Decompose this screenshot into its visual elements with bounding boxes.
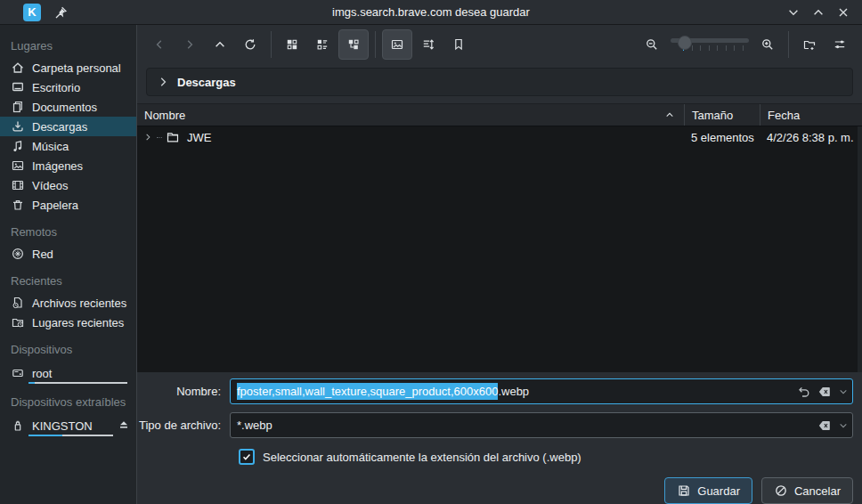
save-button[interactable]: Guardar (664, 477, 752, 504)
sidebar-item-videos[interactable]: Vídeos (0, 175, 136, 195)
sidebar-item-lugares-recientes[interactable]: Lugares recientes (0, 313, 136, 332)
titlebar[interactable]: K imgs.search.brave.com desea guardar (0, 0, 862, 25)
sidebar-item-imagenes[interactable]: Imágenes (0, 156, 136, 175)
compact-view-icon (315, 37, 329, 52)
sidebar-item-descargas[interactable]: Descargas (0, 117, 136, 136)
auto-extension-checkbox[interactable] (239, 449, 255, 465)
tree-view-button[interactable] (338, 29, 369, 60)
toolbar-separator (788, 31, 789, 58)
clear-text-icon[interactable] (817, 385, 832, 399)
music-icon (11, 139, 25, 153)
sidebar-item-escritorio[interactable]: Escritorio (0, 77, 136, 97)
forward-button[interactable] (175, 30, 204, 59)
sidebar-item-root[interactable]: root (0, 362, 136, 385)
minimize-button[interactable] (785, 4, 801, 20)
zoom-slider-handle[interactable] (678, 36, 692, 50)
folder-icon (166, 130, 180, 144)
sort-indicator-icon (664, 110, 675, 120)
preview-toggle-button[interactable] (382, 29, 412, 60)
file-row-jwe[interactable]: JWE 5 elementos 4/2/26 8:38 p. m. (137, 126, 862, 148)
root-usage-bar (28, 382, 127, 384)
sidebar-item-musica[interactable]: Música (0, 136, 136, 156)
zoom-out-button[interactable] (638, 30, 666, 59)
section-lugares: Lugares (0, 34, 136, 58)
new-folder-icon (802, 37, 817, 52)
breadcrumb[interactable]: Descargas (146, 68, 853, 96)
filename-selected-text: fposter,small,wall_texture,square_produc… (237, 383, 498, 400)
toolbar-separator (271, 31, 272, 58)
maximize-button[interactable] (810, 4, 826, 20)
section-remotos: Remotos (0, 215, 136, 244)
back-button[interactable] (145, 30, 174, 59)
icon-view-icon (285, 37, 299, 52)
videos-icon (11, 178, 25, 192)
cancel-icon (774, 484, 788, 498)
section-recientes: Recientes (0, 264, 136, 293)
sidebar-item-kingston[interactable]: KINGSTON (0, 414, 136, 437)
file-view[interactable]: JWE 5 elementos 4/2/26 8:38 p. m. (137, 126, 862, 372)
harddisk-icon (11, 366, 25, 380)
recent-places-icon (11, 315, 25, 329)
sidebar-item-papelera[interactable]: Papelera (0, 195, 136, 215)
auto-extension-option[interactable]: Seleccionar automáticamente la extensión… (239, 449, 853, 465)
clear-text-icon[interactable] (817, 419, 832, 433)
pin-icon[interactable] (53, 5, 68, 20)
refresh-icon (243, 37, 257, 52)
filename-input[interactable]: fposter,small,wall_texture,square_produc… (230, 378, 853, 404)
zoom-in-icon (760, 37, 775, 52)
refresh-button[interactable] (236, 30, 264, 59)
zoom-slider[interactable] (671, 34, 749, 55)
filetype-label: Tipo de archivo: (137, 419, 230, 432)
places-sidebar: Lugares Carpeta personal Escritorio Docu… (0, 25, 137, 504)
sort-button[interactable] (414, 30, 443, 59)
section-dispositivos-extraibles: Dispositivos extraíbles (0, 385, 136, 414)
vertical-scrollbar[interactable] (858, 126, 862, 372)
sidebar-item-red[interactable]: Red (0, 244, 136, 264)
new-folder-button[interactable] (795, 30, 824, 59)
documents-icon (11, 100, 25, 114)
usb-icon (11, 419, 25, 433)
icon-view-button[interactable] (278, 30, 306, 59)
undo-icon[interactable] (797, 385, 811, 399)
breadcrumb-current-folder[interactable]: Descargas (177, 76, 236, 89)
trash-icon (11, 198, 25, 212)
download-icon (11, 119, 25, 134)
sort-icon (421, 37, 435, 52)
file-name[interactable]: JWE (187, 131, 211, 144)
compact-view-button[interactable] (308, 30, 337, 59)
zoom-in-button[interactable] (753, 30, 782, 59)
kingston-usage-bar (28, 435, 113, 436)
sidebar-item-archivos-recientes[interactable]: Archivos recientes (0, 293, 136, 313)
chevron-down-icon[interactable] (838, 386, 849, 397)
filetype-combobox[interactable]: *.webp (230, 412, 853, 438)
column-header-date[interactable]: Fecha (760, 104, 862, 126)
filetype-value: *.webp (237, 419, 272, 432)
bookmark-button[interactable] (444, 30, 473, 59)
expander-icon[interactable] (142, 132, 153, 142)
kde-app-icon: K (23, 4, 41, 21)
toolbar-separator (375, 31, 376, 58)
network-icon (11, 247, 25, 261)
chevron-down-icon[interactable] (838, 420, 849, 431)
toolbar (137, 25, 862, 64)
column-header-name[interactable]: Nombre (137, 109, 684, 122)
tree-branch (157, 137, 162, 138)
column-header-size[interactable]: Tamaño (684, 104, 760, 126)
save-icon (677, 484, 691, 498)
save-file-dialog: K imgs.search.brave.com desea guardar Lu… (0, 0, 862, 504)
close-button[interactable] (835, 4, 851, 20)
window-title: imgs.search.brave.com desea guardar (0, 5, 862, 19)
options-button[interactable] (825, 30, 854, 59)
section-dispositivos: Dispositivos (0, 332, 136, 362)
eject-icon[interactable] (117, 417, 131, 431)
cancel-button[interactable]: Cancelar (761, 477, 853, 504)
sidebar-item-carpeta-personal[interactable]: Carpeta personal (0, 58, 136, 77)
filename-extension-text: .webp (498, 385, 529, 398)
name-label: Nombre: (137, 385, 230, 398)
file-size: 5 elementos (684, 131, 760, 144)
recent-files-icon (11, 296, 25, 310)
chevron-up-icon (213, 37, 227, 52)
sidebar-item-documentos[interactable]: Documentos (0, 97, 136, 117)
save-form: Nombre: fposter,small,wall_texture,squar… (137, 372, 862, 504)
up-button[interactable] (206, 30, 234, 59)
